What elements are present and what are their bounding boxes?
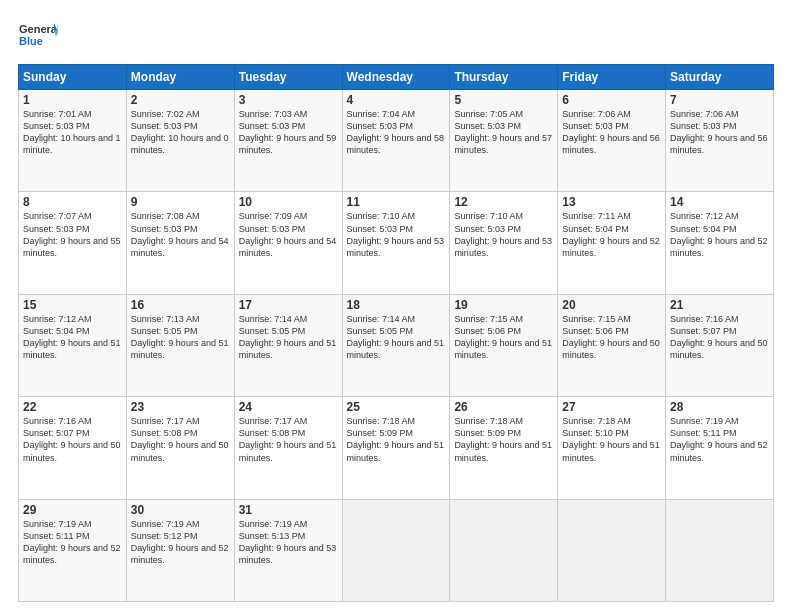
day-info: Sunrise: 7:18 AMSunset: 5:10 PMDaylight:…: [562, 416, 660, 462]
day-number: 29: [23, 503, 122, 517]
col-header-wednesday: Wednesday: [342, 65, 450, 90]
calendar-cell: 27 Sunrise: 7:18 AMSunset: 5:10 PMDaylig…: [558, 397, 666, 499]
day-number: 23: [131, 400, 230, 414]
week-row-3: 15 Sunrise: 7:12 AMSunset: 5:04 PMDaylig…: [19, 294, 774, 396]
day-info: Sunrise: 7:14 AMSunset: 5:05 PMDaylight:…: [239, 314, 337, 360]
calendar-cell: [558, 499, 666, 601]
day-info: Sunrise: 7:15 AMSunset: 5:06 PMDaylight:…: [562, 314, 660, 360]
calendar-cell: 4 Sunrise: 7:04 AMSunset: 5:03 PMDayligh…: [342, 90, 450, 192]
day-number: 16: [131, 298, 230, 312]
calendar-cell: 8 Sunrise: 7:07 AMSunset: 5:03 PMDayligh…: [19, 192, 127, 294]
day-info: Sunrise: 7:19 AMSunset: 5:12 PMDaylight:…: [131, 519, 229, 565]
calendar-table: SundayMondayTuesdayWednesdayThursdayFrid…: [18, 64, 774, 602]
calendar-cell: 5 Sunrise: 7:05 AMSunset: 5:03 PMDayligh…: [450, 90, 558, 192]
day-number: 13: [562, 195, 661, 209]
calendar-cell: 20 Sunrise: 7:15 AMSunset: 5:06 PMDaylig…: [558, 294, 666, 396]
day-info: Sunrise: 7:14 AMSunset: 5:05 PMDaylight:…: [347, 314, 445, 360]
day-info: Sunrise: 7:15 AMSunset: 5:06 PMDaylight:…: [454, 314, 552, 360]
day-number: 5: [454, 93, 553, 107]
calendar-cell: 7 Sunrise: 7:06 AMSunset: 5:03 PMDayligh…: [666, 90, 774, 192]
calendar-cell: 19 Sunrise: 7:15 AMSunset: 5:06 PMDaylig…: [450, 294, 558, 396]
day-info: Sunrise: 7:12 AMSunset: 5:04 PMDaylight:…: [23, 314, 121, 360]
day-info: Sunrise: 7:19 AMSunset: 5:11 PMDaylight:…: [670, 416, 768, 462]
calendar-cell: 3 Sunrise: 7:03 AMSunset: 5:03 PMDayligh…: [234, 90, 342, 192]
day-info: Sunrise: 7:06 AMSunset: 5:03 PMDaylight:…: [670, 109, 768, 155]
calendar-cell: 29 Sunrise: 7:19 AMSunset: 5:11 PMDaylig…: [19, 499, 127, 601]
svg-text:General: General: [19, 23, 58, 35]
day-info: Sunrise: 7:09 AMSunset: 5:03 PMDaylight:…: [239, 211, 337, 257]
day-number: 4: [347, 93, 446, 107]
logo-svg: General Blue: [18, 18, 58, 54]
week-row-5: 29 Sunrise: 7:19 AMSunset: 5:11 PMDaylig…: [19, 499, 774, 601]
day-number: 11: [347, 195, 446, 209]
calendar-cell: 6 Sunrise: 7:06 AMSunset: 5:03 PMDayligh…: [558, 90, 666, 192]
calendar-cell: 2 Sunrise: 7:02 AMSunset: 5:03 PMDayligh…: [126, 90, 234, 192]
calendar-cell: 30 Sunrise: 7:19 AMSunset: 5:12 PMDaylig…: [126, 499, 234, 601]
day-number: 9: [131, 195, 230, 209]
day-info: Sunrise: 7:17 AMSunset: 5:08 PMDaylight:…: [131, 416, 229, 462]
day-info: Sunrise: 7:07 AMSunset: 5:03 PMDaylight:…: [23, 211, 121, 257]
logo: General Blue: [18, 18, 58, 54]
page: General Blue SundayMondayTuesdayWednesda…: [0, 0, 792, 612]
day-number: 21: [670, 298, 769, 312]
day-info: Sunrise: 7:16 AMSunset: 5:07 PMDaylight:…: [670, 314, 768, 360]
calendar-cell: 12 Sunrise: 7:10 AMSunset: 5:03 PMDaylig…: [450, 192, 558, 294]
day-info: Sunrise: 7:17 AMSunset: 5:08 PMDaylight:…: [239, 416, 337, 462]
day-number: 20: [562, 298, 661, 312]
calendar-cell: 10 Sunrise: 7:09 AMSunset: 5:03 PMDaylig…: [234, 192, 342, 294]
svg-text:Blue: Blue: [19, 35, 43, 47]
day-number: 30: [131, 503, 230, 517]
calendar-cell: 1 Sunrise: 7:01 AMSunset: 5:03 PMDayligh…: [19, 90, 127, 192]
col-header-saturday: Saturday: [666, 65, 774, 90]
day-info: Sunrise: 7:04 AMSunset: 5:03 PMDaylight:…: [347, 109, 445, 155]
day-info: Sunrise: 7:11 AMSunset: 5:04 PMDaylight:…: [562, 211, 660, 257]
day-number: 7: [670, 93, 769, 107]
day-number: 1: [23, 93, 122, 107]
week-row-1: 1 Sunrise: 7:01 AMSunset: 5:03 PMDayligh…: [19, 90, 774, 192]
day-info: Sunrise: 7:18 AMSunset: 5:09 PMDaylight:…: [347, 416, 445, 462]
day-info: Sunrise: 7:08 AMSunset: 5:03 PMDaylight:…: [131, 211, 229, 257]
day-info: Sunrise: 7:01 AMSunset: 5:03 PMDaylight:…: [23, 109, 121, 155]
day-info: Sunrise: 7:18 AMSunset: 5:09 PMDaylight:…: [454, 416, 552, 462]
calendar-cell: 22 Sunrise: 7:16 AMSunset: 5:07 PMDaylig…: [19, 397, 127, 499]
day-number: 31: [239, 503, 338, 517]
header: General Blue: [18, 18, 774, 54]
col-header-monday: Monday: [126, 65, 234, 90]
col-header-friday: Friday: [558, 65, 666, 90]
day-number: 6: [562, 93, 661, 107]
day-info: Sunrise: 7:19 AMSunset: 5:11 PMDaylight:…: [23, 519, 121, 565]
day-number: 18: [347, 298, 446, 312]
day-info: Sunrise: 7:19 AMSunset: 5:13 PMDaylight:…: [239, 519, 337, 565]
day-info: Sunrise: 7:12 AMSunset: 5:04 PMDaylight:…: [670, 211, 768, 257]
week-row-2: 8 Sunrise: 7:07 AMSunset: 5:03 PMDayligh…: [19, 192, 774, 294]
calendar-cell: 16 Sunrise: 7:13 AMSunset: 5:05 PMDaylig…: [126, 294, 234, 396]
col-header-thursday: Thursday: [450, 65, 558, 90]
day-info: Sunrise: 7:05 AMSunset: 5:03 PMDaylight:…: [454, 109, 552, 155]
day-number: 3: [239, 93, 338, 107]
week-row-4: 22 Sunrise: 7:16 AMSunset: 5:07 PMDaylig…: [19, 397, 774, 499]
col-header-sunday: Sunday: [19, 65, 127, 90]
day-number: 8: [23, 195, 122, 209]
day-number: 15: [23, 298, 122, 312]
col-header-tuesday: Tuesday: [234, 65, 342, 90]
day-number: 2: [131, 93, 230, 107]
day-info: Sunrise: 7:10 AMSunset: 5:03 PMDaylight:…: [347, 211, 445, 257]
calendar-cell: [342, 499, 450, 601]
calendar-cell: 17 Sunrise: 7:14 AMSunset: 5:05 PMDaylig…: [234, 294, 342, 396]
day-info: Sunrise: 7:06 AMSunset: 5:03 PMDaylight:…: [562, 109, 660, 155]
day-number: 17: [239, 298, 338, 312]
day-info: Sunrise: 7:16 AMSunset: 5:07 PMDaylight:…: [23, 416, 121, 462]
calendar-cell: 21 Sunrise: 7:16 AMSunset: 5:07 PMDaylig…: [666, 294, 774, 396]
day-number: 27: [562, 400, 661, 414]
calendar-cell: 25 Sunrise: 7:18 AMSunset: 5:09 PMDaylig…: [342, 397, 450, 499]
day-number: 28: [670, 400, 769, 414]
day-number: 25: [347, 400, 446, 414]
day-number: 19: [454, 298, 553, 312]
calendar-cell: 18 Sunrise: 7:14 AMSunset: 5:05 PMDaylig…: [342, 294, 450, 396]
day-number: 12: [454, 195, 553, 209]
calendar-cell: 24 Sunrise: 7:17 AMSunset: 5:08 PMDaylig…: [234, 397, 342, 499]
calendar-cell: 9 Sunrise: 7:08 AMSunset: 5:03 PMDayligh…: [126, 192, 234, 294]
calendar-cell: [450, 499, 558, 601]
day-info: Sunrise: 7:13 AMSunset: 5:05 PMDaylight:…: [131, 314, 229, 360]
day-info: Sunrise: 7:10 AMSunset: 5:03 PMDaylight:…: [454, 211, 552, 257]
